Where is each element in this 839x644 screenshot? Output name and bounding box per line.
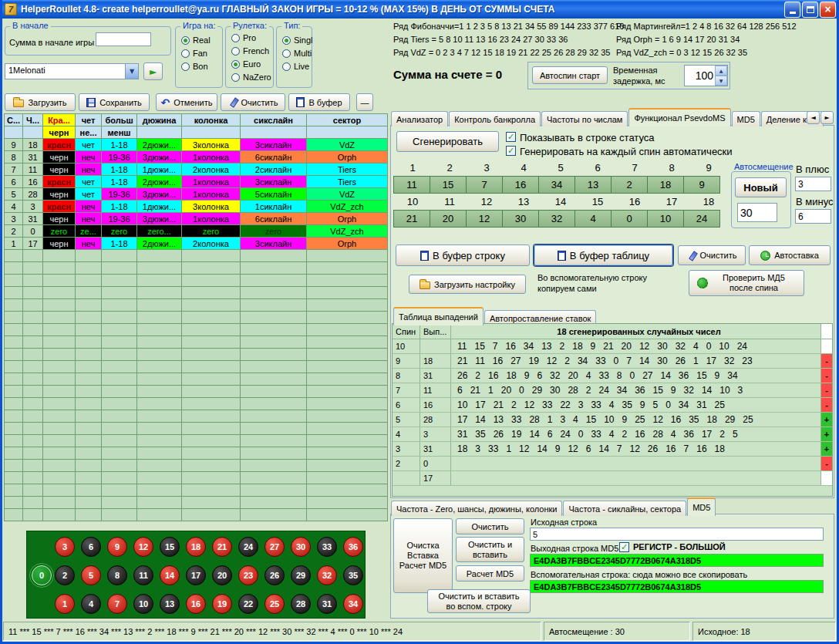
- clear-button[interactable]: Очистить: [221, 93, 285, 111]
- autobet-button[interactable]: Автоставка: [749, 245, 831, 265]
- radio-fan[interactable]: Fan: [181, 47, 222, 59]
- roulette-number[interactable]: 4: [81, 594, 101, 614]
- tab-2[interactable]: MD5: [687, 497, 716, 516]
- result-row[interactable]: 17: [393, 471, 832, 486]
- result-row[interactable]: 61610 17 21 2 12 33 22 3 33 4 35 9 5 0 3…: [393, 398, 832, 413]
- tab-4[interactable]: MD5: [732, 111, 760, 126]
- tab-scroll-left-button[interactable]: ◄: [807, 111, 820, 124]
- delay-spinner[interactable]: 100 ▲ ▼: [684, 65, 728, 86]
- title-bar[interactable]: 7 HelperRoullet 4.8- create helperroulle…: [0, 0, 839, 19]
- copy-table-to-buffer-button[interactable]: В буфер таблицу: [534, 244, 673, 266]
- spin-down-button[interactable]: ▼: [715, 76, 727, 86]
- tab-1[interactable]: Частота - сиклайны, сектора: [563, 501, 686, 516]
- md5-output-field[interactable]: E4DA3B7FBBCE2345D7772B0674A318D5: [530, 554, 824, 567]
- radio-pro[interactable]: Pro: [231, 32, 273, 44]
- roulette-number[interactable]: 5: [81, 565, 101, 585]
- roulette-number[interactable]: 31: [317, 594, 337, 614]
- tab-0[interactable]: Анализатор: [391, 111, 448, 126]
- table-row[interactable]: 331черннеч19-363дюжи...1колонка6сиклайнO…: [5, 213, 388, 225]
- aux-string-field[interactable]: E4DA3B7FBBCE2345D7772B0674A318D5: [530, 580, 824, 593]
- roulette-number[interactable]: 28: [291, 594, 311, 614]
- roulette-number[interactable]: 24: [238, 537, 258, 557]
- checkbox-uppercase[interactable]: ✓ РЕГИСТР - БОЛЬШОЙ: [619, 542, 726, 552]
- play-button[interactable]: ►: [143, 62, 163, 80]
- roulette-number-zero[interactable]: 0: [32, 565, 52, 585]
- tab-0[interactable]: Частота - Zero, шансы, дюжины, колонки: [391, 501, 562, 516]
- roulette-number[interactable]: 12: [133, 537, 153, 557]
- roulette-number[interactable]: 14: [160, 565, 180, 585]
- roulette-number[interactable]: 17: [186, 565, 206, 585]
- roulette-number[interactable]: 10: [133, 594, 153, 614]
- radio-french[interactable]: French: [231, 45, 273, 57]
- generate-button[interactable]: Сгенерировать: [396, 131, 499, 152]
- roulette-number[interactable]: 23: [238, 565, 258, 585]
- roulette-number[interactable]: 8: [107, 565, 127, 585]
- tab-0[interactable]: Таблица выпадений: [393, 307, 484, 325]
- roulette-number[interactable]: 1: [55, 594, 75, 614]
- roulette-number[interactable]: 9: [107, 537, 127, 557]
- radio-live[interactable]: Live: [282, 60, 312, 72]
- new-button[interactable]: Новый: [735, 177, 787, 197]
- result-row[interactable]: 52817 14 13 33 28 1 3 4 15 10 9 25 12 16…: [393, 413, 832, 427]
- save-button[interactable]: Сохранить: [79, 93, 150, 111]
- radio-euro[interactable]: Euro: [231, 58, 273, 70]
- clear-generated-button[interactable]: Очистить: [678, 245, 746, 265]
- tab-1[interactable]: Контроль банкролла: [449, 111, 541, 126]
- begin-sum-input[interactable]: [96, 32, 151, 46]
- roulette-number[interactable]: 33: [317, 537, 337, 557]
- roulette-number[interactable]: 15: [160, 537, 180, 557]
- roulette-number[interactable]: 2: [55, 565, 75, 585]
- md5-big-button[interactable]: Очистка Вставка Расчет MD5: [393, 518, 453, 593]
- roulette-number[interactable]: 18: [186, 537, 206, 557]
- checkbox-show-in-status[interactable]: ✓ Показывать в строке статуса: [506, 132, 655, 143]
- roulette-number[interactable]: 20: [212, 565, 232, 585]
- roulette-number[interactable]: 27: [265, 537, 285, 557]
- load-settings-button[interactable]: Загрузить настройку: [409, 275, 526, 294]
- result-row[interactable]: 83126 2 16 18 9 6 32 20 4 33 8 0 27 14 3…: [393, 369, 832, 383]
- table-row[interactable]: 20zeroze...zerozero...zerozeroVdZ_zch: [5, 225, 388, 238]
- tab-scroll-right-button[interactable]: ►: [820, 111, 834, 124]
- table-row[interactable]: 918краснчет1-182дюжи...3колонка3сиклайнV…: [5, 139, 388, 151]
- result-row[interactable]: 7116 21 1 20 0 29 30 28 2 24 34 36 15 9 …: [393, 383, 832, 398]
- maximize-button[interactable]: [802, 2, 818, 18]
- table-row[interactable]: 616краснчет1-182дюжи...1колонка3сиклайнT…: [5, 176, 388, 188]
- table-row[interactable]: 117черннеч1-182дюжи...2колонка3сиклайнOr…: [5, 238, 388, 250]
- roulette-number[interactable]: 3: [55, 537, 75, 557]
- radio-real[interactable]: Real: [181, 34, 222, 46]
- roulette-number[interactable]: 34: [343, 594, 363, 614]
- roulette-number[interactable]: 29: [291, 565, 311, 585]
- result-row[interactable]: 20-: [393, 457, 832, 471]
- delay-value[interactable]: 100: [685, 66, 715, 86]
- radio-nazero[interactable]: NaZero: [231, 71, 273, 83]
- table-row[interactable]: 711черннеч1-181дюжи...2колонка2сиклайнTi…: [5, 164, 388, 176]
- roulette-number[interactable]: 22: [238, 594, 258, 614]
- minus-value-input[interactable]: [795, 209, 831, 224]
- source-string-input[interactable]: [530, 528, 824, 541]
- autospin-start-button[interactable]: Автоспин старт: [532, 66, 608, 84]
- table-row[interactable]: 831черннеч19-363дюжи...1колонка6сиклайнO…: [5, 151, 388, 164]
- close-button[interactable]: ×: [820, 2, 836, 18]
- roulette-number[interactable]: 19: [212, 594, 232, 614]
- spin-up-button[interactable]: ▲: [715, 66, 727, 76]
- preset-combobox[interactable]: 1Melonati ▼: [5, 63, 139, 79]
- checkbox-generate-each-spin[interactable]: ✓ Генерировать на каждый спин автоматиче…: [506, 146, 733, 157]
- roulette-number[interactable]: 26: [265, 565, 285, 585]
- md5-calc-button[interactable]: Расчет MD5: [456, 565, 524, 582]
- load-button[interactable]: Загрузить: [5, 93, 76, 111]
- roulette-number[interactable]: 11: [133, 565, 153, 585]
- roulette-number[interactable]: 6: [81, 537, 101, 557]
- result-row[interactable]: 33118 3 33 1 12 14 9 12 6 14 7 12 26 16 …: [393, 442, 832, 457]
- roulette-number[interactable]: 36: [343, 537, 363, 557]
- clear-paste-aux-button[interactable]: Очистить и вставить во вспом. строку: [427, 589, 531, 613]
- result-row[interactable]: 4331 35 26 19 14 6 24 0 33 4 2 16 28 4 3…: [393, 427, 832, 442]
- result-row[interactable]: 1011 15 7 16 34 13 2 18 9 21 20 12 30 32…: [393, 339, 832, 354]
- md5-clear-paste-button[interactable]: Очистить и вставить: [456, 537, 524, 562]
- tab-3[interactable]: Функционал PsevdoMS: [628, 108, 730, 126]
- roulette-number[interactable]: 30: [291, 537, 311, 557]
- table-row[interactable]: 528чернчет19-363дюжи...1колонка5сиклайнV…: [5, 188, 388, 201]
- roulette-number[interactable]: 7: [107, 594, 127, 614]
- copy-row-to-buffer-button[interactable]: В буфер строку: [396, 244, 530, 266]
- roulette-number[interactable]: 21: [212, 537, 232, 557]
- tab-2[interactable]: Частоты по числам: [541, 111, 628, 126]
- plus-value-input[interactable]: [795, 177, 831, 191]
